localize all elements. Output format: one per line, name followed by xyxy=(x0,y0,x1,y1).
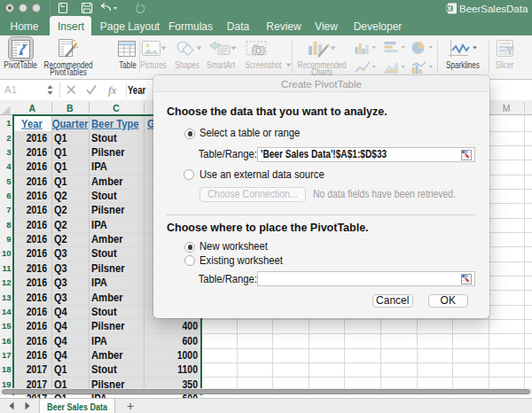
svg-text:fx: fx xyxy=(108,83,117,97)
